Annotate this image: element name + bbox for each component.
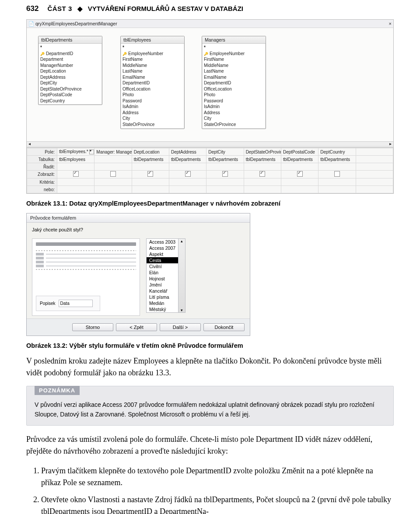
table-window-title[interactable]: tblDepartments [38,36,102,44]
table-field[interactable]: EmailName [204,74,264,80]
table-field[interactable]: EmployeeNumber [204,51,264,57]
grid-cell[interactable]: DeptCountry [318,148,356,156]
table-field[interactable]: FirstName [122,56,182,63]
table-field[interactable]: * [204,45,264,51]
finish-button[interactable]: Dokončit [203,323,245,331]
horizontal-scrollbar[interactable]: ◂ ▸ [27,141,393,146]
grid-cell[interactable] [356,148,393,156]
table-field[interactable]: DeptLocation [40,68,100,74]
style-option[interactable]: Civilní [147,263,178,269]
show-checkbox[interactable] [73,171,79,177]
grid-cell[interactable] [318,163,356,171]
table-field[interactable]: EmailName [122,74,182,80]
listbox-scrollbar[interactable]: ▴ ▾ [178,238,186,313]
style-option[interactable]: Medián [147,300,178,306]
table-field[interactable]: * [40,45,100,51]
table-field[interactable]: StateOrProvince [204,122,264,128]
grid-cell[interactable]: tblEmployees [57,156,94,163]
grid-cell[interactable]: tblEmployees.* [57,148,94,156]
style-option[interactable]: Kancelář [147,288,178,294]
grid-cell[interactable]: tblDepartments [132,156,169,163]
table-field[interactable]: LastName [122,68,182,74]
table-field[interactable]: OfficeLocation [122,86,182,92]
grid-cell[interactable] [281,178,318,186]
style-option[interactable]: Aspekt [147,251,178,257]
grid-cell[interactable]: DeptAddress [169,148,206,156]
grid-cell[interactable] [318,178,356,186]
grid-cell[interactable] [94,163,132,171]
grid-cell[interactable]: DeptCity [206,148,244,156]
table-field[interactable]: * [122,45,182,51]
table-field[interactable]: DeptAddress [40,74,100,80]
table-field[interactable]: Address [122,110,182,116]
back-button[interactable]: < Zpět [116,323,157,331]
grid-cell[interactable]: DeptStateOrProvince [244,148,281,156]
table-field[interactable]: MiddleName [122,63,182,69]
table-field[interactable]: Department [40,56,100,63]
grid-cell[interactable] [356,163,393,171]
preview-data-field[interactable] [59,300,93,307]
show-checkbox[interactable] [259,171,265,177]
table-field[interactable]: LastName [204,68,264,74]
table-field[interactable]: DepartmentID [122,80,182,86]
table-field[interactable]: EmployeeNumber [122,51,182,57]
cancel-button[interactable]: Storno [72,323,113,331]
show-checkbox[interactable] [222,171,228,177]
grid-cell[interactable] [206,171,244,178]
table-field[interactable]: DeptStateOrProvince [40,86,100,92]
style-option[interactable]: Access 2003 [147,239,178,245]
grid-cell[interactable] [244,171,281,178]
table-field[interactable]: DeptCountry [40,98,100,104]
table-field[interactable]: IsAdmin [122,104,182,110]
table-field[interactable]: IsAdmin [204,104,264,110]
show-checkbox[interactable] [110,171,116,177]
table-field[interactable]: Password [204,98,264,104]
grid-cell[interactable] [356,156,393,163]
grid-cell[interactable]: tblDepartments [206,156,244,163]
grid-cell[interactable]: tblDepartments [169,156,206,163]
grid-cell[interactable] [206,186,244,193]
table-field[interactable]: OfficeLocation [204,86,264,92]
dropdown-icon[interactable] [89,150,94,154]
table-field[interactable]: Password [122,98,182,104]
query-canvas[interactable]: ◂ ▸ tblDepartments*DepartmentIDDepartmen… [27,28,393,147]
grid-cell[interactable] [318,186,356,193]
table-window[interactable]: tblEmployees*EmployeeNumberFirstNameMidd… [120,36,185,129]
scroll-up-icon[interactable]: ▴ [181,239,183,243]
grid-cell[interactable] [206,163,244,171]
grid-cell[interactable] [169,178,206,186]
grid-cell[interactable] [132,186,169,193]
grid-cell[interactable]: DeptLocation [132,148,169,156]
table-field[interactable]: DepartmentID [40,51,100,57]
table-field[interactable]: Photo [204,92,264,98]
close-icon[interactable]: × [389,21,392,26]
show-checkbox[interactable] [147,171,153,177]
scroll-right-icon[interactable]: ▸ [389,141,392,146]
table-field[interactable]: City [122,115,182,122]
grid-cell[interactable] [57,171,94,178]
table-field[interactable]: City [204,115,264,122]
grid-cell[interactable]: tblDepartments [318,156,356,163]
table-field[interactable]: ManagerNumber [40,63,100,69]
scroll-down-icon[interactable]: ▾ [181,308,183,312]
grid-cell[interactable] [169,163,206,171]
grid-cell[interactable] [94,156,132,163]
style-option[interactable]: Cesta [147,257,178,263]
scroll-left-icon[interactable]: ◂ [28,141,31,146]
table-field[interactable]: MiddleName [204,63,264,69]
style-option[interactable]: Hojnost [147,276,178,282]
grid-cell[interactable]: tblDepartments [281,156,318,163]
table-field[interactable]: Address [204,110,264,116]
grid-cell[interactable] [94,186,132,193]
style-option[interactable]: Lití písma [147,294,178,300]
grid-cell[interactable] [318,171,356,178]
table-field[interactable]: StateOrProvince [122,122,182,128]
next-button[interactable]: Další > [160,323,201,331]
show-checkbox[interactable] [334,171,340,177]
grid-cell[interactable] [281,163,318,171]
style-option[interactable]: Jmění [147,282,178,288]
grid-cell[interactable]: Manager: Managers.L [94,148,132,156]
table-field[interactable]: DeptCity [40,80,100,86]
style-option[interactable]: Městský [147,306,178,312]
grid-cell[interactable] [57,178,94,186]
